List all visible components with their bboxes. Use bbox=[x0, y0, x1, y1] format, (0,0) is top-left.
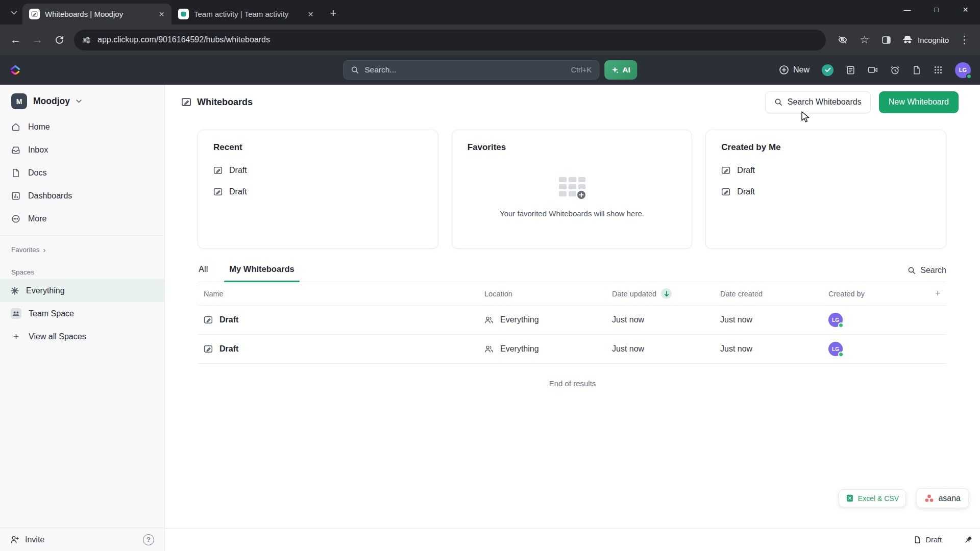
notepad-icon[interactable] bbox=[846, 65, 855, 75]
online-status-dot bbox=[838, 322, 844, 328]
forward-button[interactable]: → bbox=[27, 30, 48, 51]
sidebar-footer: Invite ? bbox=[0, 528, 164, 551]
tracking-protection-icon[interactable] bbox=[832, 30, 853, 51]
row-date-created: Just now bbox=[714, 315, 822, 324]
recent-item[interactable]: Draft bbox=[213, 181, 423, 203]
invite-label: Invite bbox=[25, 535, 44, 544]
tasks-check-icon[interactable] bbox=[822, 64, 834, 76]
new-button[interactable]: New bbox=[779, 65, 810, 75]
video-icon[interactable] bbox=[868, 65, 878, 74]
sort-descending-icon[interactable] bbox=[661, 288, 672, 299]
end-of-results-text: End of results bbox=[165, 379, 980, 388]
tab-favicon bbox=[178, 9, 189, 19]
space-label: Team Space bbox=[29, 309, 74, 318]
browser-menu-icon[interactable]: ⋮ bbox=[954, 30, 975, 51]
window-maximize-button[interactable]: □ bbox=[922, 0, 951, 19]
sidebar-item-inbox[interactable]: Inbox bbox=[0, 138, 164, 161]
new-whiteboard-button[interactable]: New Whiteboard bbox=[879, 91, 959, 113]
avatar-initials: LG bbox=[832, 317, 839, 323]
chevron-down-icon bbox=[76, 99, 82, 103]
clickup-top-bar: Search... Ctrl+K AI New bbox=[0, 55, 980, 85]
sparkle-icon bbox=[611, 66, 619, 74]
bookmark-star-icon[interactable]: ☆ bbox=[854, 30, 875, 51]
window-minimize-button[interactable]: — bbox=[893, 0, 922, 19]
apps-grid-icon[interactable] bbox=[934, 65, 943, 74]
side-panel-icon[interactable] bbox=[876, 30, 897, 51]
sidebar-item-dashboards[interactable]: Dashboards bbox=[0, 184, 164, 207]
tab-search-chevron-icon[interactable] bbox=[6, 5, 21, 20]
row-name[interactable]: Draft bbox=[219, 315, 238, 324]
people-icon bbox=[484, 345, 494, 353]
created-item[interactable]: Draft bbox=[721, 181, 930, 203]
new-tab-button[interactable]: + bbox=[325, 5, 342, 22]
search-whiteboards-label: Search Whiteboards bbox=[788, 97, 862, 107]
global-search-input[interactable]: Search... Ctrl+K bbox=[343, 60, 599, 80]
sidebar-item-home[interactable]: Home bbox=[0, 115, 164, 138]
invite-button[interactable]: Invite bbox=[10, 535, 44, 544]
row-location[interactable]: Everything bbox=[500, 344, 539, 354]
spaces-section-header[interactable]: Spaces bbox=[0, 257, 164, 279]
sidebar-item-docs[interactable]: Docs bbox=[0, 161, 164, 184]
created-by-me-card: Created by Me Draft Draft bbox=[705, 130, 946, 249]
item-label: Draft bbox=[229, 187, 247, 196]
incognito-indicator: Incognito bbox=[902, 35, 949, 44]
sidebar-item-more[interactable]: More bbox=[0, 207, 164, 230]
row-date-updated: Just now bbox=[606, 315, 714, 324]
sidebar-item-label: Dashboards bbox=[28, 191, 72, 201]
recent-card: Recent Draft Draft bbox=[198, 130, 438, 249]
back-button[interactable]: ← bbox=[5, 30, 26, 51]
column-header-date-created[interactable]: Date created bbox=[714, 290, 822, 298]
home-icon bbox=[11, 122, 20, 132]
created-item[interactable]: Draft bbox=[721, 160, 930, 181]
table-row[interactable]: Draft Everything Just now Just now LG bbox=[198, 306, 946, 335]
table-row[interactable]: Draft Everything Just now Just now LG bbox=[198, 335, 946, 364]
window-close-button[interactable]: ✕ bbox=[951, 0, 980, 19]
column-header-name[interactable]: Name bbox=[198, 290, 478, 298]
whiteboard-icon bbox=[181, 97, 191, 107]
asana-button[interactable]: asana bbox=[916, 488, 969, 508]
workspace-switcher[interactable]: M Moodjoy bbox=[0, 85, 164, 115]
whiteboard-icon bbox=[213, 187, 223, 196]
creator-avatar[interactable]: LG bbox=[828, 313, 843, 327]
site-settings-icon[interactable] bbox=[82, 36, 91, 44]
tab-close-icon[interactable]: ✕ bbox=[156, 8, 167, 20]
column-header-date-updated[interactable]: Date updated bbox=[606, 288, 714, 299]
help-icon[interactable]: ? bbox=[143, 534, 154, 545]
recent-item[interactable]: Draft bbox=[213, 160, 423, 181]
column-header-created-by[interactable]: Created by bbox=[822, 290, 929, 298]
browser-tab-team-activity[interactable]: Team activity | Team activity ✕ bbox=[172, 4, 321, 24]
sidebar-item-team-space[interactable]: Team Space bbox=[0, 302, 164, 325]
search-whiteboards-button[interactable]: Search Whiteboards bbox=[765, 91, 871, 113]
reload-button[interactable] bbox=[49, 30, 70, 51]
invite-user-icon bbox=[10, 535, 19, 544]
url-text[interactable]: app.clickup.com/9016164592/hubs/whiteboa… bbox=[97, 35, 270, 44]
creator-avatar[interactable]: LG bbox=[828, 342, 843, 356]
draft-label: Draft bbox=[926, 536, 942, 544]
table-search-label: Search bbox=[920, 266, 946, 275]
doc-icon[interactable] bbox=[912, 65, 921, 75]
clickup-logo[interactable] bbox=[9, 64, 21, 76]
row-date-created: Just now bbox=[714, 344, 822, 354]
add-column-icon[interactable]: + bbox=[929, 288, 946, 299]
list-tabs: All My Whiteboards Search bbox=[198, 264, 946, 282]
user-avatar[interactable]: LG bbox=[955, 62, 971, 78]
excel-csv-export-button[interactable]: Excel & CSV bbox=[839, 489, 906, 507]
clock-icon[interactable] bbox=[890, 65, 900, 75]
table-search-button[interactable]: Search bbox=[908, 266, 946, 282]
sidebar-item-view-all-spaces[interactable]: + View all Spaces bbox=[0, 325, 164, 348]
tab-all[interactable]: All bbox=[198, 264, 209, 282]
avatar-initials: LG bbox=[832, 346, 839, 352]
search-icon bbox=[774, 98, 782, 106]
sidebar-item-everything[interactable]: Everything bbox=[0, 279, 164, 302]
ai-button[interactable]: AI bbox=[604, 60, 637, 80]
browser-tab-whiteboards[interactable]: Whiteboards | Moodjoy ✕ bbox=[22, 4, 172, 24]
tab-my-whiteboards[interactable]: My Whiteboards bbox=[228, 264, 295, 282]
column-header-location[interactable]: Location bbox=[478, 290, 606, 298]
row-location[interactable]: Everything bbox=[500, 315, 539, 324]
favorites-section-header[interactable]: Favorites › bbox=[0, 236, 164, 257]
address-bar[interactable]: app.clickup.com/9016164592/hubs/whiteboa… bbox=[74, 30, 826, 51]
tab-close-icon[interactable]: ✕ bbox=[305, 8, 316, 20]
pin-icon[interactable] bbox=[963, 535, 973, 545]
row-name[interactable]: Draft bbox=[219, 344, 238, 354]
draft-status-chip[interactable]: Draft bbox=[914, 536, 942, 544]
